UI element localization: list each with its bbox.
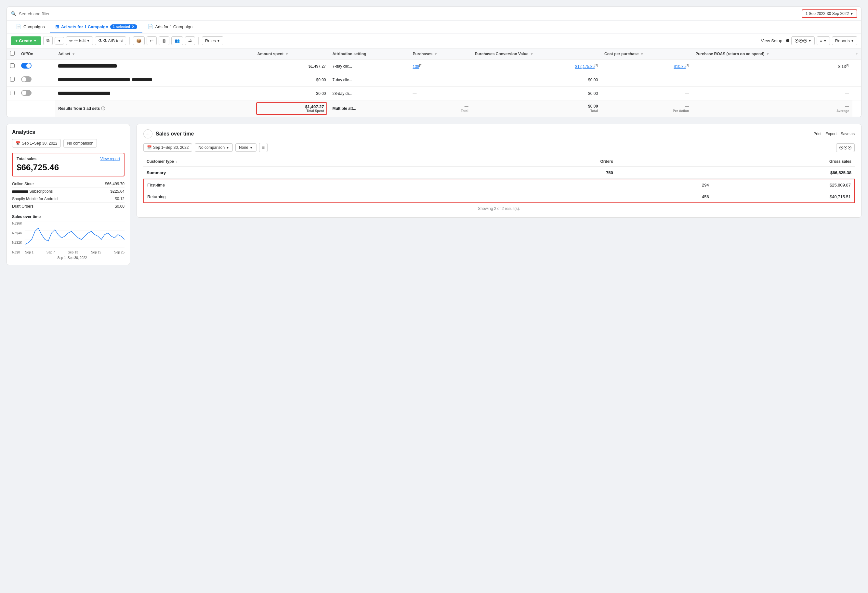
analytics-row-label: Shopify Mobile for Android <box>12 197 58 201</box>
cost-per-cell: $10.85[2] <box>601 59 692 73</box>
conv-value-header[interactable]: Purchases Conversion Value ▼ <box>472 49 601 59</box>
cost-per-link[interactable]: $10.85 <box>674 64 686 69</box>
table-settings-button[interactable]: ≡ ▼ <box>816 37 830 45</box>
attribution-cell: 7-day clic... <box>329 59 409 73</box>
row-checkbox[interactable] <box>10 63 15 68</box>
roas-header[interactable]: Purchase ROAS (return on ad spend) ▼ <box>692 49 852 59</box>
toggle-off[interactable] <box>21 77 31 82</box>
view-report-link[interactable]: View report <box>100 157 120 161</box>
ab-test-button[interactable]: ⚗ ⚗ A/B test <box>95 37 126 45</box>
table-row: $0.00 7-day clic... — $0.00 — — <box>7 73 861 87</box>
edit-button[interactable]: ✏ ✏ Edit ▼ <box>66 37 93 45</box>
columns-icon: ⦿⦿⦿ <box>839 145 852 150</box>
table-settings-icon: ≡ <box>820 38 822 43</box>
edit-icon: ✏ <box>69 38 73 43</box>
purchases-header[interactable]: Purchases ▼ <box>410 49 472 59</box>
highlighted-table: First-time 294 $25,809.87 Returning 456 … <box>143 179 855 203</box>
add-col-header[interactable]: + <box>852 49 861 59</box>
conv-value-link[interactable]: $12,175.85 <box>575 64 595 69</box>
tab-campaigns-label: Campaigns <box>24 24 45 29</box>
columns-button[interactable]: ⦿⦿⦿ ▼ <box>791 37 815 45</box>
y-label: NZ$0 <box>12 250 22 254</box>
select-all-checkbox[interactable] <box>10 51 15 56</box>
tab-campaigns[interactable]: 📄 Campaigns <box>11 21 50 33</box>
filter-button[interactable]: ≡ <box>259 143 267 152</box>
column-toggle-button[interactable]: ⦿⦿⦿ <box>836 143 855 152</box>
analytics-row-label: Draft Orders <box>12 204 34 209</box>
analytics-row-label: Online Store <box>12 182 34 186</box>
audience-button[interactable]: 👥 <box>171 37 183 45</box>
undo-icon: ↩ <box>150 38 154 43</box>
chart-svg-area <box>25 222 124 247</box>
cost-per-header[interactable]: Cost per purchase ▼ <box>601 49 692 59</box>
analytics-controls: 📅 Sep 1–Sep 30, 2022 No comparison <box>12 139 124 147</box>
archive-button[interactable]: 📦 <box>133 37 145 45</box>
tab-ads[interactable]: 📄 Ads for 1 Campaign <box>142 21 198 33</box>
x-label: Sep 13 <box>68 250 78 254</box>
selected-badge: 1 selected ✕ <box>110 24 137 29</box>
search-input[interactable] <box>19 11 799 16</box>
print-button[interactable]: Print <box>813 132 822 136</box>
sort-icon: ↕ <box>176 160 177 163</box>
adset-header[interactable]: Ad set ▼ <box>55 49 254 59</box>
total-spent-box: $1,497.27 Total Spent <box>256 102 328 115</box>
row-checkbox[interactable] <box>10 77 15 82</box>
analytics-comparison-button[interactable]: No comparison <box>63 139 97 147</box>
reports-button[interactable]: Reports ▼ <box>832 37 857 45</box>
duplicate-dropdown-button[interactable]: ▼ <box>55 37 64 44</box>
x-label: Sep 25 <box>114 250 124 254</box>
redacted-name <box>58 78 130 81</box>
x-label: Sep 1 <box>25 250 34 254</box>
calendar-icon: 📅 <box>16 141 21 146</box>
date-range-button[interactable]: 1 Sep 2022-30 Sep 2022 ▼ <box>802 9 857 18</box>
sales-comparison-button[interactable]: No comparison ▼ <box>195 143 233 152</box>
tab-ads-label: Ads for 1 Campaign <box>155 24 192 29</box>
x-label: Sep 7 <box>46 250 55 254</box>
delete-button[interactable]: 🗑 <box>159 37 169 45</box>
analytics-date-button[interactable]: 📅 Sep 1–Sep 30, 2022 <box>12 139 61 147</box>
undo-button[interactable]: ↩ <box>147 37 157 45</box>
table-row: $1,497.27 7-day clic... 138[2] $12,175.8… <box>7 59 861 73</box>
chevron-down-icon: ▼ <box>850 12 853 16</box>
back-button[interactable]: ← <box>143 129 152 138</box>
empty-col <box>852 87 861 100</box>
roas-cell: — <box>692 87 852 100</box>
badge-close[interactable]: ✕ <box>132 25 134 29</box>
chart-x-labels: Sep 1 Sep 7 Sep 13 Sep 19 Sep 25 <box>25 250 124 254</box>
share-button[interactable]: ⇄ <box>185 37 195 45</box>
tab-adsets[interactable]: ⊞ Ad sets for 1 Campaign 1 selected ✕ <box>50 21 142 33</box>
sort-icon: ▼ <box>641 52 644 56</box>
analytics-row-value: $225.64 <box>111 189 124 194</box>
chevron-down-icon: ▼ <box>851 39 854 43</box>
analytics-rows: Online Store $66,499.70 Subscriptions $2… <box>12 180 124 210</box>
chevron-down-icon: ▼ <box>217 39 220 43</box>
chevron-down-icon: ▼ <box>808 39 812 43</box>
sort-icon: ▼ <box>434 52 438 56</box>
customer-type-header[interactable]: Customer type ↕ <box>143 157 456 167</box>
offon-header: Off/On <box>18 49 55 59</box>
redacted-name-ext <box>132 78 152 81</box>
amount-spent-header[interactable]: Amount spent ▼ <box>254 49 329 59</box>
row-checkbox-cell <box>7 73 18 87</box>
export-button[interactable]: Export <box>825 132 837 136</box>
attribution-cell: 7-day clic... <box>329 73 409 87</box>
rules-button[interactable]: Rules ▼ <box>202 37 223 45</box>
toggle-off[interactable] <box>21 90 31 96</box>
duplicate-button[interactable]: ⧉ <box>43 36 53 45</box>
y-label: NZ$4K <box>12 231 22 235</box>
totals-purchases-cell: —Total <box>410 100 472 117</box>
purchases-link[interactable]: 138 <box>413 64 419 69</box>
chevron-down-icon: ▼ <box>226 146 229 150</box>
totals-roas-cell: —Average <box>692 100 852 117</box>
sales-grouping-button[interactable]: None ▼ <box>235 143 257 152</box>
view-setup-label: View Setup <box>761 38 782 43</box>
toggle-on[interactable] <box>21 63 31 69</box>
toolbar: + Create ▼ ⧉ ▼ ✏ ✏ Edit ▼ ⚗ ⚗ A/B test 📦… <box>7 34 861 48</box>
list-item: Draft Orders $0.00 <box>12 203 124 210</box>
sales-date-button[interactable]: 📅 Sep 1–Sep 30, 2022 <box>143 143 192 152</box>
create-button[interactable]: + Create ▼ <box>11 37 41 45</box>
empty-col <box>852 73 861 87</box>
save-as-button[interactable]: Save as <box>841 132 855 136</box>
row-checkbox[interactable] <box>10 91 15 95</box>
summary-gross-sales: $66,525.38 <box>616 167 855 179</box>
